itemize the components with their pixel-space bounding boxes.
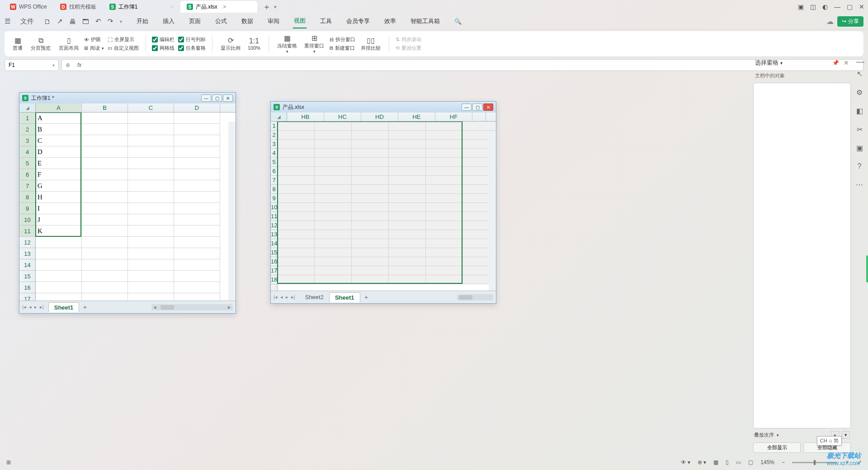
cell[interactable] xyxy=(352,248,389,257)
tab-review[interactable]: 审阅 xyxy=(267,14,280,28)
redo-icon[interactable]: ↷ xyxy=(108,17,113,25)
hamburger-icon[interactable]: ☰ xyxy=(5,17,10,25)
tab-tools[interactable]: 工具 xyxy=(319,14,333,28)
cell[interactable] xyxy=(128,124,174,135)
cell[interactable]: A xyxy=(36,113,82,124)
add-sheet-button[interactable]: ＋ xyxy=(82,303,88,311)
row-header[interactable]: 16 xyxy=(19,282,35,293)
cell[interactable] xyxy=(315,203,352,212)
select-all-corner[interactable]: ◢ xyxy=(271,113,287,121)
task-pane-checkbox[interactable]: 任务窗格 xyxy=(178,45,206,52)
freeze-panes-button[interactable]: ▦冻结窗格▾ xyxy=(275,33,299,55)
cell[interactable] xyxy=(315,140,352,149)
cell[interactable] xyxy=(315,176,352,185)
tab-formula[interactable]: 公式 xyxy=(214,14,228,28)
cell[interactable] xyxy=(174,248,220,259)
row-header[interactable]: 15 xyxy=(271,248,277,257)
row-header[interactable]: 12 xyxy=(271,221,277,230)
cell[interactable] xyxy=(426,149,463,158)
cell[interactable] xyxy=(174,293,220,301)
rearrange-windows-button[interactable]: ⊞重排窗口▾ xyxy=(302,33,326,55)
row-header[interactable]: 6 xyxy=(19,169,35,180)
minimize-button[interactable]: — xyxy=(201,94,211,102)
cell[interactable] xyxy=(352,239,389,248)
cell[interactable] xyxy=(128,135,174,146)
cell[interactable] xyxy=(352,131,389,140)
maximize-button[interactable]: ▢ xyxy=(472,103,482,111)
cell[interactable] xyxy=(315,221,352,230)
cell[interactable] xyxy=(128,158,174,169)
cell[interactable] xyxy=(352,275,389,284)
maximize-button[interactable]: ▢ xyxy=(847,3,853,10)
cube-icon[interactable]: ◫ xyxy=(810,3,816,10)
search-icon[interactable]: 🔍 xyxy=(453,15,462,28)
cell[interactable] xyxy=(352,185,389,194)
row-header[interactable]: 16 xyxy=(271,257,277,266)
eye-icon[interactable]: 👁 ▾ xyxy=(681,459,690,465)
cell[interactable] xyxy=(82,169,128,180)
custom-view-button[interactable]: ▭自定义视图 xyxy=(108,45,139,52)
cell[interactable] xyxy=(82,214,128,226)
cell[interactable] xyxy=(278,221,315,230)
row-header[interactable]: 9 xyxy=(19,203,35,214)
window-workbook1[interactable]: S 工作簿1 * — ▢ ✕ ◢ A B C D 123456789101112… xyxy=(19,92,236,314)
zoom-button[interactable]: ⟳显示比例 xyxy=(219,35,242,52)
row-header[interactable]: 8 xyxy=(19,192,35,203)
cell[interactable] xyxy=(128,293,174,301)
cell[interactable] xyxy=(82,259,128,271)
tab-member[interactable]: 会员专享 xyxy=(345,14,371,28)
row-header[interactable]: 13 xyxy=(271,230,277,239)
cloud-icon[interactable]: ☁ xyxy=(826,17,834,26)
cell[interactable] xyxy=(278,167,315,176)
row-header[interactable]: 1 xyxy=(271,122,277,131)
cell[interactable] xyxy=(389,185,426,194)
chevron-down-icon[interactable]: ▾ xyxy=(780,61,783,66)
row-header[interactable]: 9 xyxy=(271,194,277,203)
cell[interactable] xyxy=(278,266,315,275)
cell[interactable] xyxy=(82,113,128,124)
row-header[interactable]: 3 xyxy=(19,135,35,146)
cell[interactable]: K xyxy=(36,226,82,237)
minimize-button[interactable]: — xyxy=(462,103,472,111)
view-read-icon[interactable]: ▢ xyxy=(748,459,753,465)
cell[interactable] xyxy=(426,221,463,230)
print-icon[interactable]: 🖶 xyxy=(69,18,76,25)
help-icon[interactable]: ? xyxy=(858,162,862,170)
cell[interactable] xyxy=(174,124,220,135)
panel-icon[interactable]: ▣ xyxy=(798,3,804,10)
cell[interactable] xyxy=(174,158,220,169)
cell[interactable]: D xyxy=(36,146,82,158)
pin-icon[interactable]: 📌 xyxy=(832,60,839,66)
cell[interactable] xyxy=(174,203,220,214)
cell[interactable] xyxy=(174,259,220,271)
sheet-tab-sheet2[interactable]: Sheet2 xyxy=(300,292,329,302)
cell[interactable] xyxy=(389,140,426,149)
split-window-button[interactable]: ⊟拆分窗口 xyxy=(330,36,355,43)
cell[interactable] xyxy=(174,226,220,237)
cell[interactable] xyxy=(278,122,315,131)
cell[interactable] xyxy=(426,158,463,167)
row-header[interactable]: 17 xyxy=(271,266,277,275)
cell[interactable]: H xyxy=(36,192,82,203)
cell[interactable] xyxy=(426,230,463,239)
cell[interactable] xyxy=(36,259,82,271)
cell[interactable] xyxy=(389,176,426,185)
eye-care-button[interactable]: 👁护眼 xyxy=(84,36,104,43)
row-header[interactable]: 4 xyxy=(271,149,277,158)
sheet-grid[interactable]: ◢ A B C D 1234567891011121314151617 ABCD… xyxy=(19,103,236,301)
cell[interactable] xyxy=(174,180,220,192)
more-icon[interactable]: ⋯ xyxy=(856,180,863,189)
cell[interactable] xyxy=(174,146,220,158)
tab-view[interactable]: 视图 xyxy=(293,14,307,28)
cell[interactable]: C xyxy=(36,135,82,146)
chevron-down-icon[interactable]: ▾ xyxy=(274,4,277,10)
cell[interactable] xyxy=(278,275,315,284)
cell[interactable] xyxy=(315,275,352,284)
cell[interactable] xyxy=(82,282,128,293)
tools-icon[interactable]: ✂ xyxy=(857,125,863,134)
cell[interactable] xyxy=(426,248,463,257)
row-header[interactable]: 18 xyxy=(271,275,277,284)
cell[interactable] xyxy=(174,237,220,248)
cell[interactable] xyxy=(128,259,174,271)
cell[interactable] xyxy=(278,230,315,239)
